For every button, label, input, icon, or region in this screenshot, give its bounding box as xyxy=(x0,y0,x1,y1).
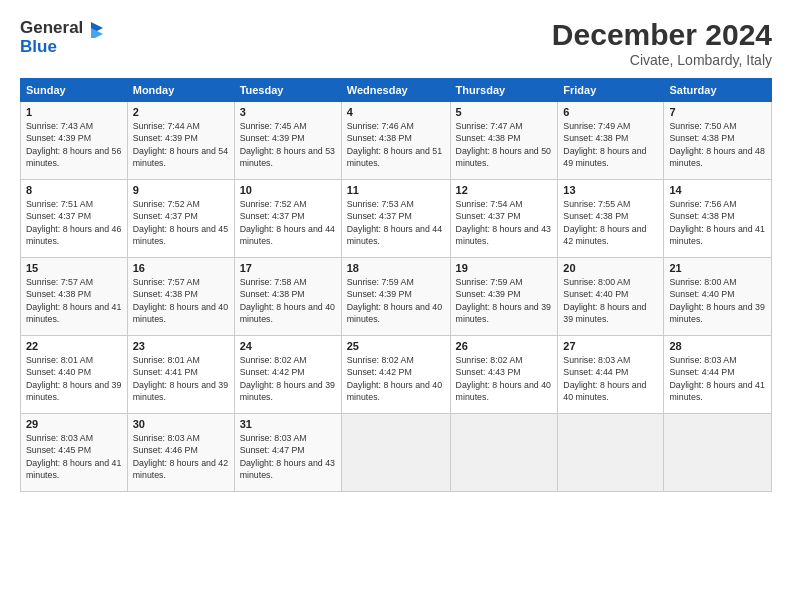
day-29: 29 Sunrise: 8:03 AM Sunset: 4:45 PM Dayl… xyxy=(21,414,128,492)
empty-cell-2 xyxy=(450,414,558,492)
day-31: 31 Sunrise: 8:03 AM Sunset: 4:47 PM Dayl… xyxy=(234,414,341,492)
day-5: 5 Sunrise: 7:47 AM Sunset: 4:38 PM Dayli… xyxy=(450,102,558,180)
day-28: 28 Sunrise: 8:03 AM Sunset: 4:44 PM Dayl… xyxy=(664,336,772,414)
day-11: 11 Sunrise: 7:53 AM Sunset: 4:37 PM Dayl… xyxy=(341,180,450,258)
day-10: 10 Sunrise: 7:52 AM Sunset: 4:37 PM Dayl… xyxy=(234,180,341,258)
col-wednesday: Wednesday xyxy=(341,79,450,102)
col-thursday: Thursday xyxy=(450,79,558,102)
col-friday: Friday xyxy=(558,79,664,102)
calendar-table: Sunday Monday Tuesday Wednesday Thursday… xyxy=(20,78,772,492)
empty-cell-4 xyxy=(664,414,772,492)
week-row-4: 22 Sunrise: 8:01 AM Sunset: 4:40 PM Dayl… xyxy=(21,336,772,414)
day-14: 14 Sunrise: 7:56 AM Sunset: 4:38 PM Dayl… xyxy=(664,180,772,258)
day-13: 13 Sunrise: 7:55 AM Sunset: 4:38 PM Dayl… xyxy=(558,180,664,258)
day-21: 21 Sunrise: 8:00 AM Sunset: 4:40 PM Dayl… xyxy=(664,258,772,336)
empty-cell-1 xyxy=(341,414,450,492)
day-26: 26 Sunrise: 8:02 AM Sunset: 4:43 PM Dayl… xyxy=(450,336,558,414)
day-25: 25 Sunrise: 8:02 AM Sunset: 4:42 PM Dayl… xyxy=(341,336,450,414)
week-row-2: 8 Sunrise: 7:51 AM Sunset: 4:37 PM Dayli… xyxy=(21,180,772,258)
day-23: 23 Sunrise: 8:01 AM Sunset: 4:41 PM Dayl… xyxy=(127,336,234,414)
day-9: 9 Sunrise: 7:52 AM Sunset: 4:37 PM Dayli… xyxy=(127,180,234,258)
day-18: 18 Sunrise: 7:59 AM Sunset: 4:39 PM Dayl… xyxy=(341,258,450,336)
header: General Blue December 2024 Civate, Lomba… xyxy=(20,18,772,68)
week-row-1: 1 Sunrise: 7:43 AM Sunset: 4:39 PM Dayli… xyxy=(21,102,772,180)
day-27: 27 Sunrise: 8:03 AM Sunset: 4:44 PM Dayl… xyxy=(558,336,664,414)
day-20: 20 Sunrise: 8:00 AM Sunset: 4:40 PM Dayl… xyxy=(558,258,664,336)
day-1: 1 Sunrise: 7:43 AM Sunset: 4:39 PM Dayli… xyxy=(21,102,128,180)
day-24: 24 Sunrise: 8:02 AM Sunset: 4:42 PM Dayl… xyxy=(234,336,341,414)
day-22: 22 Sunrise: 8:01 AM Sunset: 4:40 PM Dayl… xyxy=(21,336,128,414)
calendar-header-row: Sunday Monday Tuesday Wednesday Thursday… xyxy=(21,79,772,102)
day-4: 4 Sunrise: 7:46 AM Sunset: 4:38 PM Dayli… xyxy=(341,102,450,180)
empty-cell-3 xyxy=(558,414,664,492)
col-sunday: Sunday xyxy=(21,79,128,102)
main-title: December 2024 xyxy=(552,18,772,52)
day-6: 6 Sunrise: 7:49 AM Sunset: 4:38 PM Dayli… xyxy=(558,102,664,180)
title-block: December 2024 Civate, Lombardy, Italy xyxy=(552,18,772,68)
day-30: 30 Sunrise: 8:03 AM Sunset: 4:46 PM Dayl… xyxy=(127,414,234,492)
day-8: 8 Sunrise: 7:51 AM Sunset: 4:37 PM Dayli… xyxy=(21,180,128,258)
day-3: 3 Sunrise: 7:45 AM Sunset: 4:39 PM Dayli… xyxy=(234,102,341,180)
logo: General Blue xyxy=(20,18,107,57)
week-row-5: 29 Sunrise: 8:03 AM Sunset: 4:45 PM Dayl… xyxy=(21,414,772,492)
day-12: 12 Sunrise: 7:54 AM Sunset: 4:37 PM Dayl… xyxy=(450,180,558,258)
page: General Blue December 2024 Civate, Lomba… xyxy=(0,0,792,612)
day-2: 2 Sunrise: 7:44 AM Sunset: 4:39 PM Dayli… xyxy=(127,102,234,180)
col-tuesday: Tuesday xyxy=(234,79,341,102)
day-7: 7 Sunrise: 7:50 AM Sunset: 4:38 PM Dayli… xyxy=(664,102,772,180)
day-16: 16 Sunrise: 7:57 AM Sunset: 4:38 PM Dayl… xyxy=(127,258,234,336)
day-17: 17 Sunrise: 7:58 AM Sunset: 4:38 PM Dayl… xyxy=(234,258,341,336)
week-row-3: 15 Sunrise: 7:57 AM Sunset: 4:38 PM Dayl… xyxy=(21,258,772,336)
day-19: 19 Sunrise: 7:59 AM Sunset: 4:39 PM Dayl… xyxy=(450,258,558,336)
col-saturday: Saturday xyxy=(664,79,772,102)
col-monday: Monday xyxy=(127,79,234,102)
day-15: 15 Sunrise: 7:57 AM Sunset: 4:38 PM Dayl… xyxy=(21,258,128,336)
subtitle: Civate, Lombardy, Italy xyxy=(552,52,772,68)
